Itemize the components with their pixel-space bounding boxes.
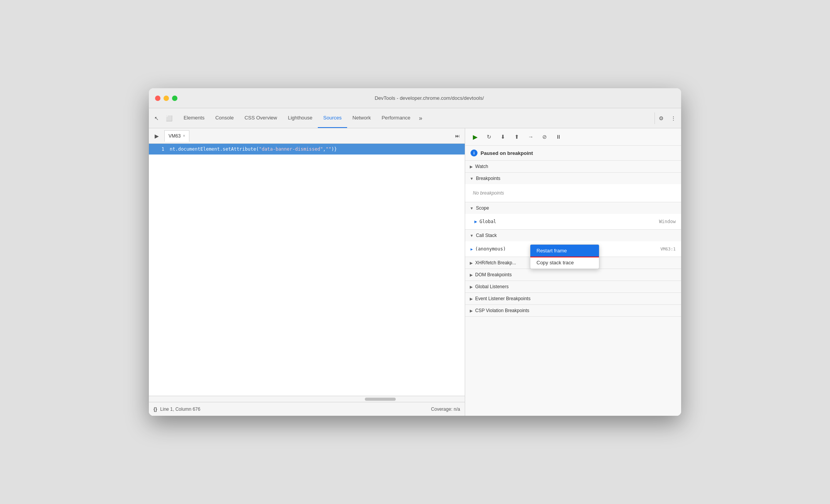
coverage-status: Coverage: n/a — [431, 407, 460, 412]
watch-section-header[interactable]: ▶ Watch — [465, 161, 681, 172]
breakpoints-arrow-icon: ▼ — [470, 176, 474, 181]
xhr-arrow-icon: ▶ — [470, 261, 473, 265]
tab-performance[interactable]: Performance — [376, 108, 415, 128]
file-tab-vm63[interactable]: VM63 × — [164, 130, 189, 142]
horizontal-scrollbar[interactable] — [149, 396, 465, 402]
copy-stack-trace-menu-item[interactable]: Copy stack trace — [530, 257, 599, 269]
step-over-button[interactable]: ↻ — [484, 131, 494, 142]
dom-arrow-icon: ▶ — [470, 273, 473, 277]
deactivate-button[interactable]: ⊘ — [539, 131, 550, 142]
file-tab-name: VM63 — [169, 133, 181, 139]
play-pause-icon[interactable]: ▶ — [152, 131, 161, 141]
tabbar-right: ⚙ ⋮ — [656, 114, 678, 123]
code-area: 1 nt.documentElement.setAttribute("data-… — [149, 144, 465, 155]
restart-frame-menu-item[interactable]: Restart frame — [530, 245, 599, 257]
watch-arrow-icon: ▶ — [470, 165, 473, 169]
settings-icon[interactable]: ⚙ — [656, 114, 666, 123]
tab-elements[interactable]: Elements — [178, 108, 210, 128]
event-listener-arrow-icon: ▶ — [470, 297, 473, 301]
divider — [655, 113, 655, 124]
global-label: Global — [479, 219, 496, 224]
cursor-position: Line 1, Column 676 — [160, 407, 200, 412]
file-tab-close[interactable]: × — [183, 134, 185, 138]
format-button[interactable]: {} — [154, 407, 157, 412]
watch-label: Watch — [475, 164, 488, 169]
tabbar-icons: ↖ ⬜ — [152, 114, 174, 123]
resume-button[interactable]: ▶ — [470, 131, 481, 142]
global-listeners-section-header[interactable]: ▶ Global Listeners — [465, 281, 681, 292]
csp-arrow-icon: ▶ — [470, 309, 473, 313]
devtools-window: DevTools - developer.chrome.com/docs/dev… — [149, 88, 681, 416]
global-listeners-section: ▶ Global Listeners — [465, 281, 681, 293]
paused-banner: i Paused on breakpoint — [465, 146, 681, 161]
scope-section: ▼ Scope ▶ Global Window — [465, 202, 681, 230]
tab-lighthouse[interactable]: Lighthouse — [282, 108, 318, 128]
global-listeners-arrow-icon: ▶ — [470, 285, 473, 289]
breakpoints-section: ▼ Breakpoints No breakpoints — [465, 173, 681, 202]
file-tabbar: ▶ VM63 × ⏭ — [149, 128, 465, 144]
sources-panel: ▶ VM63 × ⏭ 1 nt.documentE — [149, 128, 465, 416]
csp-section-header[interactable]: ▶ CSP Violation Breakpoints — [465, 305, 681, 316]
call-stack-section-header[interactable]: ▼ Call Stack — [465, 230, 681, 241]
code-line-1: 1 nt.documentElement.setAttribute("data-… — [149, 144, 465, 155]
status-left: {} Line 1, Column 676 — [154, 407, 200, 412]
global-listeners-label: Global Listeners — [475, 284, 509, 289]
dom-section: ▶ DOM Breakpoints — [465, 269, 681, 281]
more-tabs-button[interactable]: » — [416, 115, 425, 122]
code-editor[interactable]: 1 nt.documentElement.setAttribute("data-… — [149, 144, 465, 396]
step-out-button[interactable]: ⬆ — [511, 131, 522, 142]
debug-toolbar: ▶ ↻ ⬇ ⬆ → ⊘ ⏸ — [465, 128, 681, 146]
event-listener-section: ▶ Event Listener Breakpoints — [465, 293, 681, 305]
scope-content: ▶ Global Window — [465, 214, 681, 229]
cursor-icon[interactable]: ↖ — [152, 114, 161, 123]
event-listener-section-header[interactable]: ▶ Event Listener Breakpoints — [465, 293, 681, 304]
call-stack-label: Call Stack — [476, 233, 497, 238]
pause-button[interactable]: ⏸ — [553, 131, 564, 142]
global-value: Window — [659, 219, 676, 224]
xhr-label: XHR/fetch Breakp... — [475, 260, 516, 265]
breakpoints-section-header[interactable]: ▼ Breakpoints — [465, 173, 681, 184]
code-text: nt.documentElement.setAttribute("data-ba… — [168, 144, 337, 155]
context-menu: Restart frame Copy stack trace — [530, 244, 599, 269]
scope-label: Scope — [476, 205, 489, 211]
call-stack-section: ▼ Call Stack ▶ (anonymous) VM63:1 Restar… — [465, 230, 681, 257]
event-listener-label: Event Listener Breakpoints — [475, 296, 530, 301]
call-stack-item-anonymous[interactable]: ▶ (anonymous) VM63:1 Restart frame Copy … — [465, 244, 681, 254]
media-controls-icon[interactable]: ⏭ — [453, 132, 462, 140]
dom-label: DOM Breakpoints — [475, 272, 512, 277]
debugger-panel: ▶ ↻ ⬇ ⬆ → ⊘ ⏸ i Paused on breakpoint ▶ — [465, 128, 681, 416]
info-icon: i — [471, 150, 477, 156]
dom-section-header[interactable]: ▶ DOM Breakpoints — [465, 269, 681, 281]
tabs: Elements Console CSS Overview Lighthouse… — [178, 108, 653, 128]
tab-css-overview[interactable]: CSS Overview — [239, 108, 283, 128]
tab-sources[interactable]: Sources — [318, 108, 347, 128]
tab-console[interactable]: Console — [210, 108, 239, 128]
no-breakpoints-text: No breakpoints — [465, 187, 681, 199]
traffic-lights — [155, 96, 177, 101]
call-stack-content: ▶ (anonymous) VM63:1 Restart frame Copy … — [465, 241, 681, 257]
line-number: 1 — [149, 144, 168, 155]
step-into-button[interactable]: ⬇ — [498, 131, 508, 142]
call-stack-item-arrow-icon: ▶ — [471, 247, 473, 251]
watch-section: ▶ Watch — [465, 161, 681, 173]
global-arrow-icon: ▶ — [474, 219, 477, 224]
step-button[interactable]: → — [525, 131, 536, 142]
device-icon[interactable]: ⬜ — [164, 114, 174, 123]
paused-text: Paused on breakpoint — [481, 150, 533, 156]
global-item[interactable]: ▶ Global Window — [465, 217, 681, 226]
main-content: ▶ VM63 × ⏭ 1 nt.documentE — [149, 128, 681, 416]
call-stack-item-name: (anonymous) — [475, 246, 506, 252]
maximize-button[interactable] — [172, 96, 177, 101]
tab-network[interactable]: Network — [347, 108, 376, 128]
scroll-thumb[interactable] — [365, 398, 396, 401]
call-stack-arrow-icon: ▼ — [470, 234, 474, 238]
tabbar: ↖ ⬜ Elements Console CSS Overview Lighth… — [149, 108, 681, 128]
minimize-button[interactable] — [164, 96, 169, 101]
close-button[interactable] — [155, 96, 160, 101]
csp-section: ▶ CSP Violation Breakpoints — [465, 305, 681, 317]
csp-label: CSP Violation Breakpoints — [475, 308, 529, 313]
more-options-icon[interactable]: ⋮ — [669, 114, 678, 123]
call-stack-item-file: VM63:1 — [660, 247, 676, 252]
scope-section-header[interactable]: ▼ Scope — [465, 202, 681, 214]
breakpoints-content: No breakpoints — [465, 184, 681, 202]
